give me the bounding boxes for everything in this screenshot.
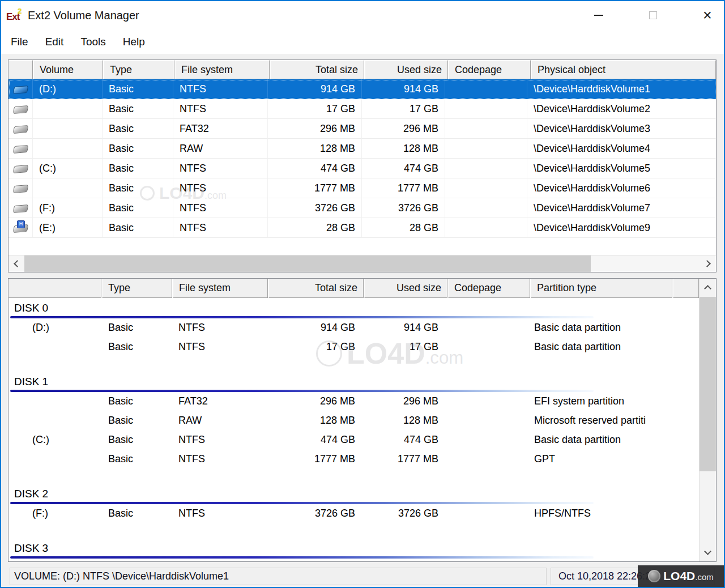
header-file-system[interactable]: File system bbox=[175, 60, 270, 79]
cell-physical-object: \Device\HarddiskVolume9 bbox=[527, 218, 716, 238]
disk-row[interactable]: (D:) Basic NTFS 914 GB 914 GB Basic data… bbox=[8, 318, 699, 338]
disk-group-divider bbox=[10, 556, 594, 559]
header-icon-col[interactable] bbox=[8, 60, 33, 79]
close-button[interactable]: × bbox=[694, 1, 720, 29]
cell-type: Basic bbox=[103, 218, 173, 238]
scroll-up-button[interactable] bbox=[700, 279, 716, 297]
cell-total-size: 3726 GB bbox=[267, 508, 362, 519]
cell-partition-type: EFI system partition bbox=[527, 395, 669, 407]
cell-type: Basic bbox=[103, 99, 173, 119]
cell-total-size: 128 MB bbox=[267, 415, 362, 427]
disk-row[interactable]: Basic NTFS 17 GB 17 GB Basic data partit… bbox=[8, 338, 699, 357]
disk-icon bbox=[12, 182, 29, 194]
scroll-left-button[interactable] bbox=[8, 255, 24, 272]
volume-row[interactable]: (D:) Basic NTFS 914 GB 914 GB \Device\Ha… bbox=[8, 79, 716, 99]
disks-header-type[interactable]: Type bbox=[102, 279, 172, 298]
volume-row[interactable]: Basic FAT32 296 MB 296 MB \Device\Harddi… bbox=[8, 119, 716, 139]
disks-header: Type File system Total size Used size Co… bbox=[8, 279, 699, 298]
disks-header-blank[interactable] bbox=[8, 279, 101, 298]
cell-volume bbox=[33, 99, 103, 119]
header-codepage[interactable]: Codepage bbox=[449, 60, 531, 79]
disk-group-label: DISK 2 bbox=[8, 484, 699, 502]
disk-row[interactable]: Basic FAT32 296 MB 296 MB EFI system par… bbox=[8, 392, 699, 411]
menu-help[interactable]: Help bbox=[117, 33, 151, 51]
window-controls: × bbox=[586, 1, 724, 29]
cell-used-size: 3726 GB bbox=[362, 508, 445, 519]
cell-codepage bbox=[445, 99, 527, 119]
horizontal-scroll-track[interactable] bbox=[591, 255, 700, 272]
horizontal-scroll-thumb[interactable] bbox=[24, 255, 591, 272]
scroll-down-button[interactable] bbox=[700, 543, 716, 561]
disks-header-used-size[interactable]: Used size bbox=[364, 279, 447, 298]
volumes-header: Volume Type File system Total size Used … bbox=[8, 60, 716, 79]
vertical-scroll-thumb[interactable] bbox=[700, 297, 716, 471]
disk-group-label: DISK 0 bbox=[8, 298, 699, 316]
cell-type: Basic bbox=[103, 139, 173, 159]
cell-used-size: 1777 MB bbox=[362, 178, 445, 198]
menu-file[interactable]: File bbox=[5, 33, 35, 51]
cell-total-size: 1777 MB bbox=[268, 178, 362, 198]
disks-header-file-system[interactable]: File system bbox=[173, 279, 268, 298]
menu-tools[interactable]: Tools bbox=[74, 33, 112, 51]
disk-group-rows: (F:) Basic NTFS 3726 GB 3726 GB HPFS/NTF… bbox=[8, 504, 699, 523]
volume-row[interactable]: (C:) Basic NTFS 474 GB 474 GB \Device\Ha… bbox=[8, 159, 716, 178]
maximize-icon bbox=[649, 11, 657, 19]
cell-total-size: 296 MB bbox=[268, 119, 362, 139]
minimize-button[interactable] bbox=[586, 1, 612, 29]
disk-group-label: DISK 3 bbox=[8, 538, 699, 556]
cell-type: Basic bbox=[101, 322, 172, 334]
disk-group: DISK 0 (D:) Basic NTFS 914 GB 914 GB Bas… bbox=[8, 298, 699, 357]
menu-edit[interactable]: Edit bbox=[39, 33, 70, 51]
disks-content: Type File system Total size Used size Co… bbox=[8, 279, 699, 561]
cell-file-system: FAT32 bbox=[172, 395, 267, 407]
cell-codepage bbox=[445, 79, 527, 99]
header-used-size[interactable]: Used size bbox=[365, 60, 448, 79]
cell-total-size: 474 GB bbox=[268, 159, 362, 178]
disk-group-rows: (D:) Basic NTFS 914 GB 914 GB Basic data… bbox=[8, 318, 699, 357]
disk-row[interactable]: (F:) Basic NTFS 3726 GB 3726 GB HPFS/NTF… bbox=[8, 504, 699, 523]
vertical-scrollbar[interactable] bbox=[699, 279, 716, 561]
header-physical-object[interactable]: Physical object bbox=[531, 60, 716, 79]
volume-row[interactable]: Basic NTFS 1777 MB 1777 MB \Device\Hardd… bbox=[8, 178, 716, 198]
cell-partition-type: Microsoft reserved partiti bbox=[527, 415, 669, 427]
cell-type: Basic bbox=[101, 415, 172, 427]
cell-used-size: 3726 GB bbox=[362, 198, 445, 218]
cell-codepage bbox=[445, 198, 527, 218]
scroll-right-button[interactable] bbox=[700, 255, 716, 272]
disks-header-filler bbox=[673, 279, 699, 298]
disk-group: DISK 2 (F:) Basic NTFS 3726 GB 3726 GB H… bbox=[8, 484, 699, 523]
disk-icon bbox=[12, 202, 29, 214]
disks-header-total-size[interactable]: Total size bbox=[268, 279, 364, 298]
cell-total-size: 17 GB bbox=[268, 99, 362, 119]
vertical-scroll-track[interactable] bbox=[700, 471, 716, 543]
disks-header-codepage[interactable]: Codepage bbox=[448, 279, 530, 298]
header-total-size[interactable]: Total size bbox=[270, 60, 364, 79]
disks-header-partition-type[interactable]: Partition type bbox=[531, 279, 672, 298]
cell-partition-type: Basic data partition bbox=[527, 322, 669, 334]
disk-row[interactable]: (C:) Basic NTFS 474 GB 474 GB Basic data… bbox=[8, 431, 699, 450]
header-type[interactable]: Type bbox=[104, 60, 174, 79]
volume-row[interactable]: (F:) Basic NTFS 3726 GB 3726 GB \Device\… bbox=[8, 198, 716, 218]
cell-total-size: 1777 MB bbox=[267, 453, 362, 465]
maximize-button[interactable] bbox=[640, 1, 666, 29]
disk-row[interactable]: Basic NTFS 1777 MB 1777 MB GPT bbox=[8, 450, 699, 469]
disk-row[interactable]: Basic RAW 128 MB 128 MB Microsoft reserv… bbox=[8, 411, 699, 431]
cell-file-system: NTFS bbox=[172, 434, 267, 446]
cell-volume: (C:) bbox=[33, 159, 103, 178]
volume-row[interactable]: Basic RAW 128 MB 128 MB \Device\Harddisk… bbox=[8, 139, 716, 159]
volume-row[interactable]: Basic NTFS 17 GB 17 GB \Device\HarddiskV… bbox=[8, 99, 716, 119]
cell-volume: (F:) bbox=[8, 508, 101, 519]
horizontal-scrollbar[interactable] bbox=[8, 255, 716, 272]
cell-used-size: 17 GB bbox=[362, 341, 445, 353]
client-area: Volume Type File system Total size Used … bbox=[1, 54, 724, 587]
disk-icon bbox=[12, 143, 29, 154]
cell-partition-type: GPT bbox=[527, 453, 669, 465]
watermark-badge: LO4D.com bbox=[638, 565, 724, 587]
cell-file-system: NTFS bbox=[173, 159, 268, 178]
cell-file-system: NTFS bbox=[173, 178, 268, 198]
cell-file-system: NTFS bbox=[173, 218, 268, 238]
volume-row[interactable]: (E:) Basic NTFS 28 GB 28 GB \Device\Hard… bbox=[8, 218, 716, 238]
cell-codepage bbox=[445, 119, 527, 139]
header-volume[interactable]: Volume bbox=[33, 60, 103, 79]
cell-volume: (F:) bbox=[33, 198, 103, 218]
